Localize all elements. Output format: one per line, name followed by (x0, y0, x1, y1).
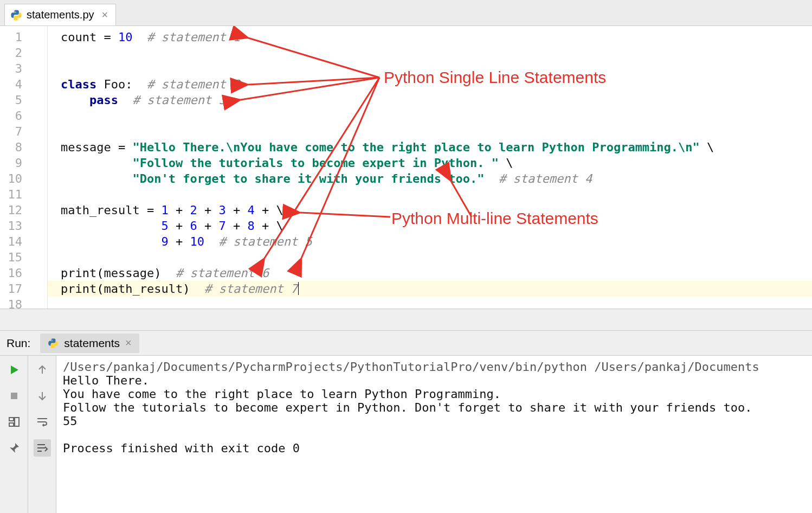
file-tab-label: statements.py (27, 9, 94, 21)
console-line: Hello There. (63, 374, 149, 387)
line-number: 9 (0, 155, 47, 171)
code-line[interactable] (61, 124, 812, 139)
text-caret (298, 282, 299, 295)
line-number: 2 (0, 45, 47, 61)
editor-bottom-strip (0, 309, 812, 331)
line-number: 15 (0, 249, 47, 265)
code-line[interactable]: print(message) # statement 6 (61, 265, 812, 281)
run-label: Run: (7, 337, 30, 350)
pin-button[interactable] (5, 439, 23, 457)
run-config-name: statements (64, 337, 120, 350)
console-exit-line: Process finished with exit code 0 (63, 441, 300, 455)
code-line[interactable] (61, 108, 812, 124)
console-line: Follow the tutorials to become expert in… (63, 401, 752, 414)
file-tab-statements[interactable]: statements.py × (4, 4, 116, 25)
line-number: 10 (0, 171, 47, 187)
soft-wrap-button[interactable] (34, 413, 51, 431)
scroll-down-button[interactable] (34, 387, 51, 405)
svg-rect-9 (11, 393, 17, 399)
line-number: 4 (0, 76, 47, 92)
code-line[interactable]: class Foo: # statement 2 (61, 76, 812, 92)
line-number: 1 (0, 29, 47, 45)
code-line[interactable]: 5 + 6 + 7 + 8 + \ (61, 218, 812, 234)
line-number: 18 (0, 297, 47, 312)
line-number: 5 (0, 92, 47, 108)
line-number: 6 (0, 108, 47, 124)
run-toolbar-right (28, 356, 56, 513)
svg-rect-10 (9, 418, 14, 421)
run-toolbar-left (0, 356, 28, 513)
run-tool-header: Run: statements × (0, 331, 812, 356)
line-number: 7 (0, 124, 47, 139)
close-run-tab-icon[interactable]: × (125, 337, 132, 349)
layout-button[interactable] (5, 413, 23, 431)
code-line[interactable] (61, 249, 812, 265)
line-number-gutter: 1 2 3 4 5 6 7 8 9 10 11 12 13 14 15 16 1… (0, 26, 48, 309)
code-editor[interactable]: 1 2 3 4 5 6 7 8 9 10 11 12 13 14 15 16 1… (0, 26, 812, 309)
line-number: 14 (0, 234, 47, 249)
close-tab-icon[interactable]: × (102, 9, 108, 21)
code-area[interactable]: count = 10 # statement 1 class Foo: # st… (48, 26, 812, 309)
code-line[interactable] (61, 187, 812, 202)
scroll-up-button[interactable] (34, 361, 51, 379)
code-line[interactable] (61, 297, 812, 312)
svg-rect-12 (15, 418, 19, 426)
console-command: /Users/pankaj/Documents/PycharmProjects/… (63, 360, 759, 374)
editor-tab-bar: statements.py × (0, 0, 812, 26)
run-console-panel: /Users/pankaj/Documents/PycharmProjects/… (0, 356, 812, 513)
python-file-icon (48, 338, 59, 349)
line-number: 17 (0, 281, 47, 297)
line-number: 8 (0, 139, 47, 155)
code-line[interactable]: count = 10 # statement 1 (61, 29, 812, 45)
console-output[interactable]: /Users/pankaj/Documents/PycharmProjects/… (56, 356, 812, 513)
code-line[interactable] (61, 45, 812, 61)
python-file-icon (10, 9, 22, 21)
rerun-button[interactable] (5, 361, 23, 379)
line-number: 11 (0, 187, 47, 202)
code-line[interactable]: 9 + 10 # statement 5 (61, 234, 812, 249)
code-line[interactable]: message = "Hello There.\nYou have come t… (61, 139, 812, 155)
code-line[interactable] (61, 61, 812, 76)
code-line[interactable]: "Follow the tutorials to become expert i… (61, 155, 812, 171)
code-line[interactable]: print(math_result) # statement 7 (61, 281, 812, 297)
run-config-tab[interactable]: statements × (40, 334, 139, 353)
svg-marker-8 (11, 365, 18, 374)
svg-rect-11 (9, 423, 14, 426)
line-number: 3 (0, 61, 47, 76)
line-number: 13 (0, 218, 47, 234)
scroll-to-end-button[interactable] (34, 439, 51, 457)
line-number: 12 (0, 202, 47, 218)
stop-button[interactable] (5, 387, 23, 405)
code-line[interactable]: pass # statement 3 (61, 92, 812, 108)
code-line[interactable]: math_result = 1 + 2 + 3 + 4 + \ (61, 202, 812, 218)
console-line: 55 (63, 414, 78, 428)
console-line: You have come to the right place to lear… (63, 387, 501, 401)
line-number: 16 (0, 265, 47, 281)
code-line[interactable]: "Don't forget to share it with your frie… (61, 171, 812, 187)
